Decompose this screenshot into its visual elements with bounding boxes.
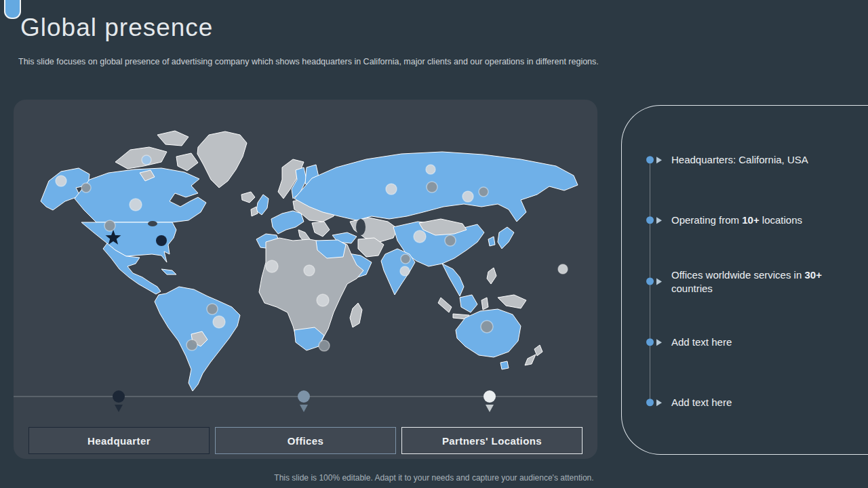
island-greenland	[197, 131, 247, 188]
map-marker-light	[304, 265, 315, 276]
legend-pins	[113, 390, 496, 412]
country-japan	[498, 227, 514, 249]
bullet-dot-icon	[646, 157, 654, 164]
country-new-zealand	[525, 354, 536, 365]
bullet-arrow-icon	[656, 399, 662, 406]
island-sumatra	[438, 298, 452, 312]
country-canada	[75, 168, 206, 222]
slide: Global presence This slide focuses on gl…	[0, 0, 868, 488]
client-dot-icon	[156, 235, 167, 246]
info-bullet: Operating from 10+ locations	[646, 214, 829, 227]
great-lakes	[148, 221, 157, 226]
bullet-dot-icon	[646, 278, 654, 285]
footer-note: This slide is 100% editable. Adapt it to…	[0, 473, 868, 483]
island-borneo	[460, 295, 477, 312]
map-marker-light	[558, 264, 568, 274]
map-marker-mid	[479, 187, 488, 197]
legend-pin-icon	[298, 390, 310, 403]
info-bullet: Add text here	[646, 396, 829, 409]
info-bullet: Headquarters: California, USA	[646, 153, 829, 167]
arctic-islands	[157, 131, 189, 146]
slide-subtitle: This slide focuses on global presence of…	[18, 57, 601, 66]
info-bullet: Add text here	[646, 336, 829, 349]
legend-pin-arrow-icon	[300, 405, 308, 412]
map-marker-mid	[445, 235, 456, 246]
world-map-panel: Headquarter Offices Partners' Locations	[14, 100, 597, 459]
map-marker-light	[386, 184, 397, 195]
bullet-dot-icon	[646, 399, 654, 407]
bullet-dot-icon	[646, 217, 654, 224]
map-marker-mid	[81, 183, 91, 192]
bullet-arrow-icon	[656, 217, 662, 224]
info-bullet-text[interactable]: Headquarters: California, USA	[671, 153, 829, 167]
legend-button-headquarter[interactable]: Headquarter	[28, 427, 210, 454]
map-marker-light	[266, 260, 278, 272]
region-indochina	[442, 264, 464, 296]
island-sulawesi	[481, 298, 488, 310]
legend-pin-icon	[113, 390, 125, 403]
map-marker-light	[414, 230, 426, 243]
island-iceland	[241, 192, 255, 203]
map-marker-light	[426, 165, 435, 174]
bullet-dot-icon	[646, 339, 654, 346]
info-panel: Headquarters: California, USAOperating f…	[621, 105, 868, 455]
map-marker-light	[213, 316, 225, 328]
legend-pin-icon	[484, 390, 496, 403]
map-marker-light	[400, 266, 410, 276]
info-bullet-text[interactable]: Add text here	[671, 336, 829, 349]
map-marker-mid	[401, 254, 410, 264]
legend-pin-arrow-icon	[486, 405, 494, 412]
info-bullet: Offices worldwide services in 30+ countr…	[646, 268, 829, 295]
page-title: Global presence	[20, 14, 213, 42]
map-marker-light	[462, 191, 473, 202]
map-marker-mid	[207, 304, 218, 314]
region-balkans	[312, 222, 330, 237]
map-marker-mid	[319, 340, 330, 351]
country-uk	[256, 195, 269, 215]
island-madagascar	[350, 303, 362, 327]
info-bullet-text[interactable]: Add text here	[671, 396, 829, 409]
map-marker-mid	[427, 182, 437, 192]
legend-button-partners-locations[interactable]: Partners' Locations	[401, 427, 583, 454]
map-marker-mid	[104, 220, 115, 231]
info-bullet-text[interactable]: Offices worldwide services in 30+ countr…	[671, 268, 829, 295]
map-marker-mid	[481, 321, 493, 333]
bullet-arrow-icon	[656, 339, 662, 346]
country-ireland	[251, 207, 258, 216]
arctic-islands	[176, 153, 198, 171]
map-legend: Headquarter Offices Partners' Locations	[28, 427, 583, 454]
bullet-arrow-icon	[656, 157, 662, 163]
map-marker-mid	[186, 340, 197, 350]
map-marker-light	[56, 176, 66, 186]
map-marker-light	[130, 199, 142, 211]
caspian-sea	[356, 219, 366, 235]
country-philippines	[487, 268, 496, 284]
world-map	[14, 100, 597, 459]
legend-pin-arrow-icon	[115, 405, 123, 412]
country-korea	[488, 237, 495, 246]
legend-button-offices[interactable]: Offices	[215, 427, 396, 454]
island-new-guinea	[498, 295, 526, 308]
map-marker-blue	[142, 155, 151, 165]
info-bullet-text[interactable]: Operating from 10+ locations	[671, 214, 829, 227]
corner-tab-decoration	[4, 0, 21, 19]
island-cuba	[161, 269, 176, 274]
island-tasmania	[500, 361, 509, 369]
bullet-arrow-icon	[656, 278, 662, 285]
arctic-islands	[115, 147, 167, 169]
map-marker-light	[317, 294, 329, 306]
